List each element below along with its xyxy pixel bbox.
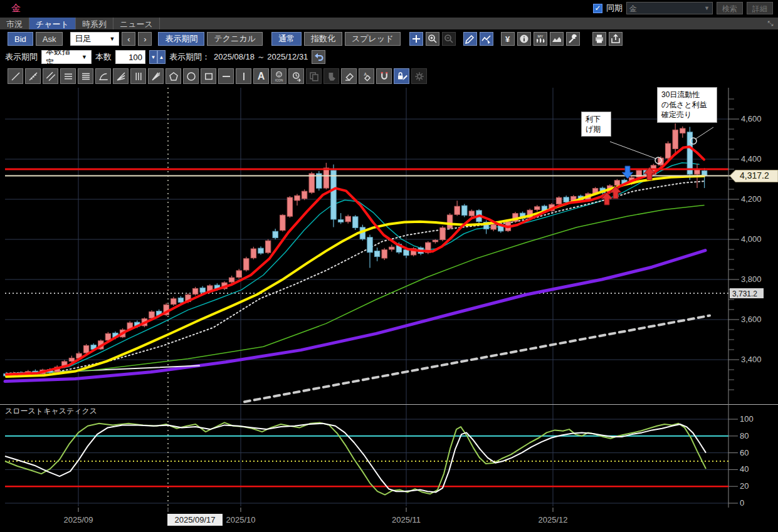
candle: [251, 249, 256, 258]
candle: [287, 197, 292, 216]
candle: [447, 215, 452, 228]
candle: [491, 225, 496, 229]
svg-text:100: 100: [740, 414, 754, 424]
annotation-note[interactable]: 利下 げ期: [581, 112, 611, 137]
candle: [374, 251, 379, 257]
candle: [614, 180, 619, 185]
ma-green-line: [6, 206, 704, 375]
candle: [433, 240, 438, 242]
candle: [665, 143, 670, 158]
svg-text:4,400: 4,400: [741, 154, 762, 164]
svg-text:0: 0: [740, 498, 744, 508]
candle: [440, 227, 445, 239]
svg-text:3,800: 3,800: [741, 274, 762, 284]
current-price-value: 4,317.2: [740, 170, 769, 180]
candle: [556, 197, 561, 204]
candle: [178, 298, 183, 302]
candle: [302, 191, 307, 199]
candle: [69, 358, 74, 361]
candle: [331, 170, 336, 219]
candle: [389, 247, 394, 249]
candle: [469, 211, 474, 216]
level-tag-value: 3,731.2: [732, 289, 757, 298]
annotation-leader: [610, 142, 656, 159]
trendline-dashed-line: [244, 316, 710, 402]
svg-text:4,000: 4,000: [741, 234, 762, 244]
ma-dotted-line: [6, 181, 704, 373]
time-axis: 2025/092025/09/172025/102025/112025/12: [64, 508, 568, 526]
svg-text:4,600: 4,600: [741, 114, 762, 123]
candle: [353, 217, 358, 228]
candle: [295, 196, 300, 201]
candle: [273, 231, 278, 237]
candle: [382, 250, 387, 258]
candle: [680, 128, 685, 133]
candle: [83, 346, 88, 353]
stochastic-title: スローストキャスティクス: [5, 406, 97, 417]
candle: [192, 288, 197, 294]
candle: [244, 259, 249, 270]
stochastic-percent-d-line: [5, 424, 706, 493]
svg-text:3,600: 3,600: [741, 315, 762, 324]
annotation-leader: [695, 127, 713, 139]
candle: [280, 215, 285, 230]
svg-text:2025/11: 2025/11: [392, 515, 421, 524]
annotation-note[interactable]: 30日流動性 の低さと利益 確定売り: [657, 87, 717, 123]
svg-text:2025/12: 2025/12: [539, 515, 568, 524]
candle: [265, 241, 270, 253]
candle: [229, 278, 234, 282]
svg-text:3,400: 3,400: [741, 355, 762, 364]
candle: [323, 168, 329, 188]
ma-purple-line: [5, 251, 705, 382]
svg-text:40: 40: [740, 464, 749, 474]
candle: [462, 206, 467, 215]
candle: [338, 220, 343, 222]
chart-window: 金 ✓ 同期 金 ▼ 検索 詳細 市況 チャート 時系列 ニュース ⤡ Bid …: [0, 0, 778, 532]
candle: [455, 206, 460, 214]
candle: [535, 207, 540, 210]
stochastic-percent-k-line: [5, 422, 706, 494]
candle: [171, 299, 176, 305]
svg-text:2025/10: 2025/10: [226, 515, 256, 524]
candle: [404, 250, 409, 256]
candle: [149, 312, 154, 318]
price-axis: 4,6004,4004,2004,0003,8003,6003,400: [728, 99, 762, 390]
candle: [345, 216, 350, 222]
chart-canvas[interactable]: 4,6004,4004,2004,0003,8003,6003,4004,317…: [0, 0, 778, 532]
stochastic-axis: 100806040200: [728, 414, 754, 508]
svg-text:60: 60: [740, 448, 749, 457]
candle: [200, 288, 205, 292]
candle: [236, 271, 241, 278]
svg-text:80: 80: [740, 431, 749, 441]
svg-text:20: 20: [740, 481, 749, 491]
ma-yellow-line: [6, 176, 704, 377]
svg-text:2025/09: 2025/09: [64, 515, 93, 524]
candle: [258, 248, 263, 253]
candle: [309, 174, 314, 192]
candle: [367, 237, 372, 253]
svg-text:4,200: 4,200: [741, 194, 762, 204]
ma-red-line: [6, 147, 704, 374]
candle: [673, 130, 678, 149]
svg-text:2025/09/17: 2025/09/17: [174, 515, 215, 524]
candle: [564, 197, 569, 202]
